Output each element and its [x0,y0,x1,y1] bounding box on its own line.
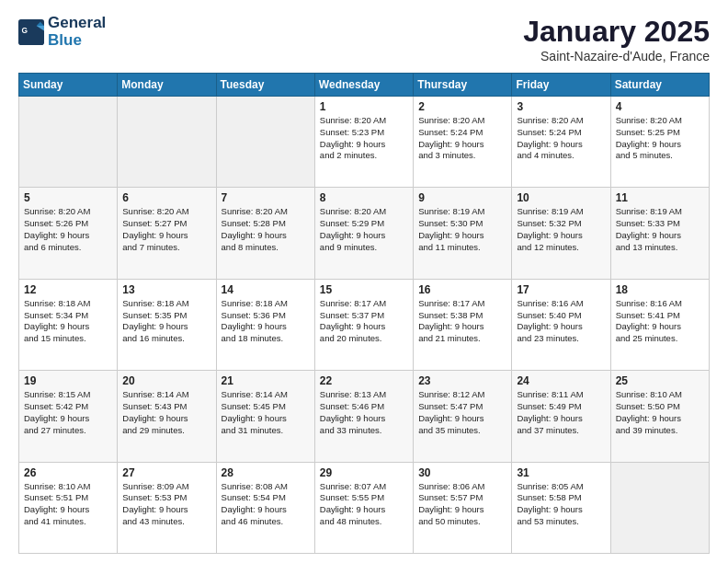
week-row-4: 19Sunrise: 8:15 AM Sunset: 5:42 PM Dayli… [19,371,710,462]
day-number: 10 [517,191,605,204]
day-cell: 24Sunrise: 8:11 AM Sunset: 5:49 PM Dayli… [512,371,610,462]
day-cell: 7Sunrise: 8:20 AM Sunset: 5:28 PM Daylig… [216,188,314,279]
day-info: Sunrise: 8:05 AM Sunset: 5:58 PM Dayligh… [517,481,605,528]
day-headers-row: SundayMondayTuesdayWednesdayThursdayFrid… [19,74,710,97]
day-number: 17 [517,283,605,296]
day-info: Sunrise: 8:20 AM Sunset: 5:23 PM Dayligh… [320,115,408,162]
day-info: Sunrise: 8:19 AM Sunset: 5:32 PM Dayligh… [517,206,605,253]
svg-text:G: G [22,26,28,35]
week-row-2: 5Sunrise: 8:20 AM Sunset: 5:26 PM Daylig… [19,188,710,279]
day-cell: 1Sunrise: 8:20 AM Sunset: 5:23 PM Daylig… [314,97,413,188]
day-info: Sunrise: 8:16 AM Sunset: 5:41 PM Dayligh… [616,298,704,345]
day-info: Sunrise: 8:20 AM Sunset: 5:25 PM Dayligh… [616,115,704,162]
week-row-1: 1Sunrise: 8:20 AM Sunset: 5:23 PM Daylig… [19,97,710,188]
day-number: 9 [418,191,506,204]
day-info: Sunrise: 8:15 AM Sunset: 5:42 PM Dayligh… [24,389,112,436]
day-cell: 13Sunrise: 8:18 AM Sunset: 5:35 PM Dayli… [118,279,216,370]
day-info: Sunrise: 8:20 AM Sunset: 5:28 PM Dayligh… [222,206,310,253]
day-cell: 19Sunrise: 8:15 AM Sunset: 5:42 PM Dayli… [19,371,118,462]
day-number: 14 [222,283,310,296]
day-cell: 17Sunrise: 8:16 AM Sunset: 5:40 PM Dayli… [512,279,610,370]
day-header-tuesday: Tuesday [216,74,314,97]
day-number: 26 [24,466,112,479]
day-number: 20 [122,374,210,387]
page: G General Blue January 2025 Saint-Nazair… [0,0,728,563]
day-cell: 23Sunrise: 8:12 AM Sunset: 5:47 PM Dayli… [414,371,512,462]
day-info: Sunrise: 8:20 AM Sunset: 5:27 PM Dayligh… [122,206,210,253]
day-number: 29 [320,466,408,479]
day-info: Sunrise: 8:20 AM Sunset: 5:24 PM Dayligh… [418,115,506,162]
day-info: Sunrise: 8:06 AM Sunset: 5:57 PM Dayligh… [418,481,506,528]
title-block: January 2025 Saint-Nazaire-d'Aude, Franc… [523,15,710,63]
day-header-wednesday: Wednesday [314,74,413,97]
day-number: 6 [122,191,210,204]
calendar-title: January 2025 [523,15,710,49]
day-number: 30 [418,466,506,479]
day-info: Sunrise: 8:14 AM Sunset: 5:45 PM Dayligh… [222,389,310,436]
day-info: Sunrise: 8:18 AM Sunset: 5:34 PM Dayligh… [24,298,112,345]
day-info: Sunrise: 8:20 AM Sunset: 5:26 PM Dayligh… [24,206,112,253]
day-cell: 16Sunrise: 8:17 AM Sunset: 5:38 PM Dayli… [414,279,512,370]
day-cell: 27Sunrise: 8:09 AM Sunset: 5:53 PM Dayli… [118,462,216,553]
day-cell [118,97,216,188]
day-cell: 5Sunrise: 8:20 AM Sunset: 5:26 PM Daylig… [19,188,118,279]
day-info: Sunrise: 8:20 AM Sunset: 5:29 PM Dayligh… [320,206,408,253]
day-number: 4 [616,100,704,113]
calendar-table: SundayMondayTuesdayWednesdayThursdayFrid… [18,73,710,554]
day-info: Sunrise: 8:10 AM Sunset: 5:50 PM Dayligh… [616,389,704,436]
day-cell: 2Sunrise: 8:20 AM Sunset: 5:24 PM Daylig… [414,97,512,188]
day-cell: 22Sunrise: 8:13 AM Sunset: 5:46 PM Dayli… [314,371,413,462]
day-cell [19,97,118,188]
day-number: 3 [517,100,605,113]
calendar-subtitle: Saint-Nazaire-d'Aude, France [523,49,710,63]
day-number: 21 [222,374,310,387]
day-number: 28 [222,466,310,479]
day-info: Sunrise: 8:10 AM Sunset: 5:51 PM Dayligh… [24,481,112,528]
day-info: Sunrise: 8:17 AM Sunset: 5:37 PM Dayligh… [320,298,408,345]
day-number: 25 [616,374,704,387]
day-number: 22 [320,374,408,387]
day-cell: 26Sunrise: 8:10 AM Sunset: 5:51 PM Dayli… [19,462,118,553]
logo-icon: G [18,19,44,45]
day-info: Sunrise: 8:07 AM Sunset: 5:55 PM Dayligh… [320,481,408,528]
day-cell: 21Sunrise: 8:14 AM Sunset: 5:45 PM Dayli… [216,371,314,462]
day-number: 23 [418,374,506,387]
day-info: Sunrise: 8:19 AM Sunset: 5:33 PM Dayligh… [616,206,704,253]
day-cell: 28Sunrise: 8:08 AM Sunset: 5:54 PM Dayli… [216,462,314,553]
day-cell: 25Sunrise: 8:10 AM Sunset: 5:50 PM Dayli… [610,371,709,462]
day-cell: 9Sunrise: 8:19 AM Sunset: 5:30 PM Daylig… [414,188,512,279]
day-cell: 6Sunrise: 8:20 AM Sunset: 5:27 PM Daylig… [118,188,216,279]
week-row-5: 26Sunrise: 8:10 AM Sunset: 5:51 PM Dayli… [19,462,710,553]
day-info: Sunrise: 8:09 AM Sunset: 5:53 PM Dayligh… [122,481,210,528]
day-cell: 4Sunrise: 8:20 AM Sunset: 5:25 PM Daylig… [610,97,709,188]
day-cell: 15Sunrise: 8:17 AM Sunset: 5:37 PM Dayli… [314,279,413,370]
day-number: 19 [24,374,112,387]
day-header-monday: Monday [118,74,216,97]
day-cell: 11Sunrise: 8:19 AM Sunset: 5:33 PM Dayli… [610,188,709,279]
day-cell: 20Sunrise: 8:14 AM Sunset: 5:43 PM Dayli… [118,371,216,462]
day-cell [216,97,314,188]
day-header-friday: Friday [512,74,610,97]
day-cell: 12Sunrise: 8:18 AM Sunset: 5:34 PM Dayli… [19,279,118,370]
day-cell: 18Sunrise: 8:16 AM Sunset: 5:41 PM Dayli… [610,279,709,370]
day-info: Sunrise: 8:16 AM Sunset: 5:40 PM Dayligh… [517,298,605,345]
day-header-sunday: Sunday [19,74,118,97]
header: G General Blue January 2025 Saint-Nazair… [18,15,710,63]
day-number: 15 [320,283,408,296]
day-number: 8 [320,191,408,204]
day-number: 16 [418,283,506,296]
day-cell [610,462,709,553]
day-number: 31 [517,466,605,479]
day-cell: 29Sunrise: 8:07 AM Sunset: 5:55 PM Dayli… [314,462,413,553]
day-number: 5 [24,191,112,204]
day-number: 24 [517,374,605,387]
logo-text-general: General [48,15,106,32]
day-number: 27 [122,466,210,479]
day-number: 1 [320,100,408,113]
day-number: 18 [616,283,704,296]
day-info: Sunrise: 8:17 AM Sunset: 5:38 PM Dayligh… [418,298,506,345]
day-cell: 3Sunrise: 8:20 AM Sunset: 5:24 PM Daylig… [512,97,610,188]
day-cell: 31Sunrise: 8:05 AM Sunset: 5:58 PM Dayli… [512,462,610,553]
day-number: 2 [418,100,506,113]
logo: G General Blue [18,15,106,49]
